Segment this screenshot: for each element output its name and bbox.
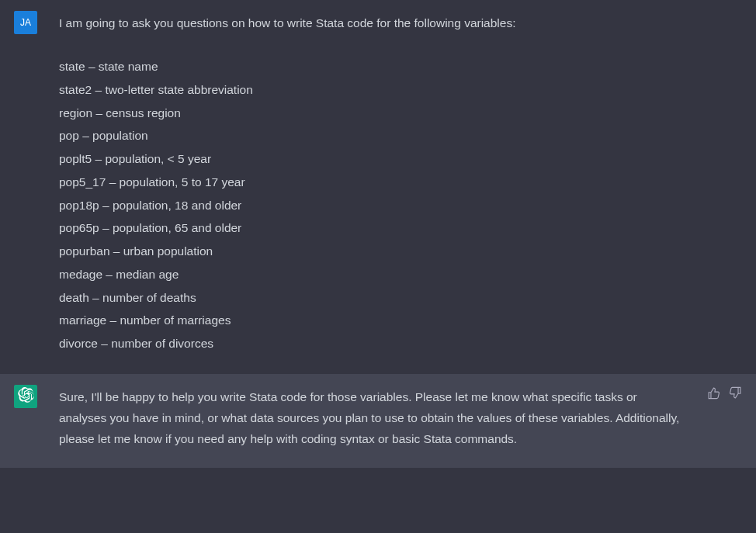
variable-line: popurban – urban population	[59, 240, 742, 263]
user-avatar: JA	[14, 11, 37, 34]
variable-line: pop5_17 – population, 5 to 17 year	[59, 171, 742, 194]
variable-line: poplt5 – population, < 5 year	[59, 147, 742, 171]
variable-line: region – census region	[59, 102, 742, 125]
variable-line: divorce – number of divorces	[59, 332, 742, 355]
variable-line: pop65p – population, 65 and older	[59, 216, 742, 240]
thumbs-down-icon	[729, 386, 742, 403]
thumbs-up-icon	[707, 386, 720, 403]
variable-line: death – number of deaths	[59, 286, 742, 310]
variable-line: pop18p – population, 18 and older	[59, 194, 742, 217]
openai-logo-icon	[17, 386, 34, 406]
variable-list: state – state name state2 – two-letter s…	[59, 55, 742, 355]
assistant-response-text: Sure, I'll be happy to help you write St…	[59, 386, 685, 449]
assistant-message-content: Sure, I'll be happy to help you write St…	[59, 385, 685, 449]
thumbs-down-button[interactable]	[728, 388, 742, 402]
user-intro-text: I am going to ask you questions on how t…	[59, 12, 742, 33]
variable-line: pop – population	[59, 124, 742, 147]
assistant-message: Sure, I'll be happy to help you write St…	[0, 374, 756, 468]
variable-line: marriage – number of marriages	[59, 309, 742, 332]
thumbs-up-button[interactable]	[706, 388, 720, 402]
user-message-content: I am going to ask you questions on how t…	[59, 11, 742, 355]
user-message: JA I am going to ask you questions on ho…	[0, 0, 756, 374]
feedback-controls	[706, 385, 742, 449]
user-avatar-initials: JA	[20, 17, 31, 28]
variable-line: state2 – two-letter state abbreviation	[59, 78, 742, 102]
variable-line: medage – median age	[59, 263, 742, 286]
assistant-avatar	[14, 385, 37, 408]
variable-line: state – state name	[59, 55, 742, 78]
